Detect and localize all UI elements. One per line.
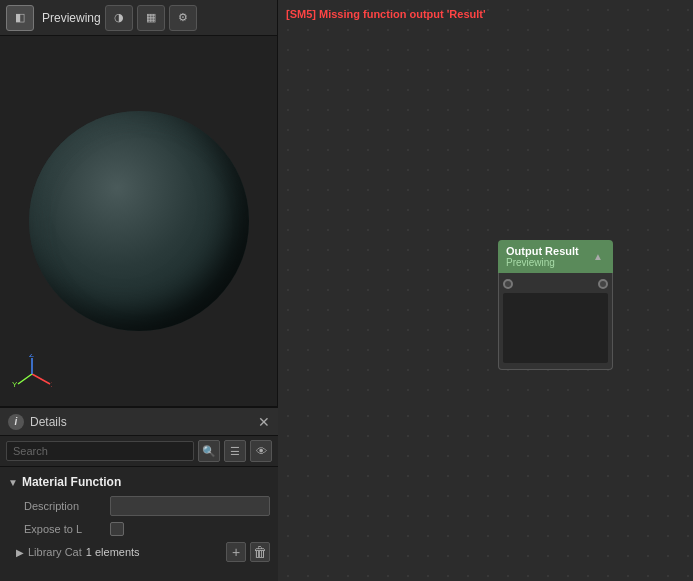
toolbar-btn-3[interactable]: ▦: [137, 5, 165, 31]
search-input[interactable]: [6, 441, 194, 461]
details-panel: i Details ✕ 🔍 ☰ 👁 ▼ Material Function De…: [0, 406, 278, 581]
node-container: Output Result Previewing ▲: [498, 240, 613, 370]
library-value: 1 elements: [86, 546, 222, 558]
section-title: Material Function: [22, 475, 121, 489]
bottom-node-editor-area: [278, 406, 693, 581]
svg-line-2: [18, 374, 32, 384]
description-label: Description: [24, 500, 104, 512]
section-header[interactable]: ▼ Material Function: [0, 471, 278, 493]
list-view-button[interactable]: ☰: [224, 440, 246, 462]
pin-right: [598, 279, 608, 289]
svg-text:Z: Z: [29, 354, 34, 359]
library-row: ▶ Library Cat 1 elements + 🗑: [0, 539, 278, 565]
toolbar-btn-4[interactable]: ⚙: [169, 5, 197, 31]
xyz-indicator: X Y Z: [12, 354, 52, 394]
bottom-area: i Details ✕ 🔍 ☰ 👁 ▼ Material Function De…: [0, 406, 693, 581]
section-arrow: ▼: [8, 477, 18, 488]
eye-button[interactable]: 👁: [250, 440, 272, 462]
toolbar-btn-2[interactable]: ◑: [105, 5, 133, 31]
svg-line-0: [32, 374, 50, 384]
preview-toolbar: ◧ Previewing ◑ ▦ ⚙: [0, 0, 277, 36]
description-input[interactable]: [110, 496, 270, 516]
previewing-label: Previewing: [42, 11, 101, 25]
library-label: Library Cat: [28, 546, 82, 558]
expose-checkbox[interactable]: [110, 522, 124, 536]
toolbar-btn-1[interactable]: ◧: [6, 5, 34, 31]
node-subtitle: Previewing: [506, 257, 579, 268]
details-close-button[interactable]: ✕: [258, 415, 270, 429]
node-editor: [SM5] Missing function output 'Result' O…: [278, 0, 693, 406]
pin-circle-right[interactable]: [598, 279, 608, 289]
library-add-button[interactable]: +: [226, 542, 246, 562]
pin-left: [503, 279, 513, 289]
library-arrow[interactable]: ▶: [16, 547, 24, 558]
preview-viewport: X Y Z: [0, 36, 277, 406]
node-title: Output Result: [506, 245, 579, 257]
details-title: Details: [30, 415, 252, 429]
details-header: i Details ✕: [0, 408, 278, 436]
library-delete-button[interactable]: 🗑: [250, 542, 270, 562]
search-icon-button[interactable]: 🔍: [198, 440, 220, 462]
node-preview-box: [503, 293, 608, 363]
node-header-info: Output Result Previewing: [506, 245, 579, 268]
main-area: ◧ Previewing ◑ ▦ ⚙ X Y Z: [0, 0, 693, 406]
node-collapse-button[interactable]: ▲: [591, 251, 605, 262]
expose-row: Expose to L: [0, 519, 278, 539]
description-row: Description: [0, 493, 278, 519]
error-banner: [SM5] Missing function output 'Result': [286, 8, 486, 20]
search-bar: 🔍 ☰ 👁: [0, 436, 278, 467]
details-icon: i: [8, 414, 24, 430]
preview-panel: ◧ Previewing ◑ ▦ ⚙ X Y Z: [0, 0, 278, 406]
preview-sphere: [29, 111, 249, 331]
svg-text:X: X: [51, 380, 52, 389]
material-function-section: ▼ Material Function Description Expose t…: [0, 467, 278, 581]
svg-text:Y: Y: [12, 380, 18, 389]
pin-circle-left[interactable]: [503, 279, 513, 289]
node-pins: [503, 279, 608, 289]
node-header[interactable]: Output Result Previewing ▲: [498, 240, 613, 273]
expose-label: Expose to L: [24, 523, 104, 535]
node-body: [498, 273, 613, 370]
